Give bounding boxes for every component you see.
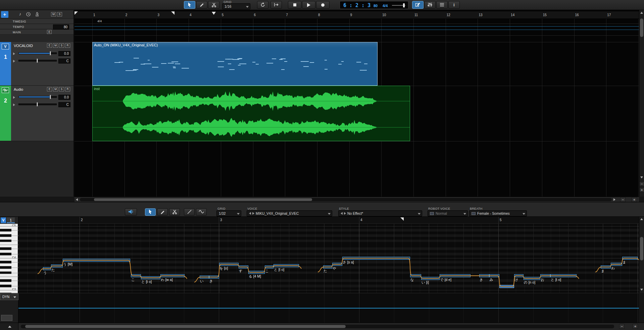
stop-button[interactable] — [288, 1, 301, 9]
track1-pan-value[interactable]: C — [58, 58, 70, 64]
track2-pan-value[interactable]: C — [58, 102, 70, 107]
note[interactable] — [200, 276, 209, 279]
edit-mode-button[interactable] — [412, 1, 424, 9]
note[interactable] — [489, 274, 499, 277]
note[interactable] — [410, 274, 421, 277]
scroll-thumb[interactable] — [25, 325, 346, 328]
play-button[interactable] — [302, 1, 315, 9]
style-select[interactable]: No Effect* — [338, 210, 422, 216]
note[interactable] — [248, 271, 265, 274]
note[interactable] — [479, 274, 489, 277]
track2-volume-value[interactable]: 0.0 — [58, 95, 70, 100]
scroll-thumb[interactable] — [640, 237, 643, 260]
black-key[interactable] — [0, 253, 11, 255]
note[interactable] — [43, 267, 51, 270]
tempo-slider-handle[interactable] — [403, 3, 405, 7]
piano-roll-ruler[interactable]: V 1 2345 — [0, 217, 639, 224]
arrangement-hscrollbar[interactable]: − + — [75, 197, 639, 202]
zoom-in-button[interactable]: + — [639, 188, 644, 192]
track1-record-button[interactable]: R — [65, 43, 70, 48]
playhead-marker[interactable] — [212, 12, 216, 15]
zoom-out-button[interactable]: − — [620, 197, 626, 202]
track-row-audio[interactable]: 2 Audio E M S R 0.0 C — [0, 86, 73, 141]
track1-solo-button[interactable]: S — [59, 43, 64, 48]
zoom-out-button[interactable]: − — [639, 181, 644, 186]
list-button[interactable] — [436, 1, 448, 9]
track1-volume-value[interactable]: 0.0 — [58, 51, 70, 56]
track1-mute-button[interactable]: M — [53, 43, 58, 48]
zoom-in-button[interactable]: + — [633, 324, 638, 329]
timeline-start-marker[interactable] — [75, 11, 78, 15]
master-solo-button[interactable]: S — [57, 12, 62, 16]
volume-handle[interactable] — [50, 95, 51, 99]
black-key[interactable] — [0, 279, 11, 282]
dynamics-lane[interactable]: DYN — [0, 293, 639, 323]
note[interactable] — [332, 263, 342, 266]
scroll-down-icon[interactable] — [640, 176, 643, 178]
note[interactable] — [274, 264, 299, 267]
note[interactable] — [239, 265, 248, 269]
track-row-vocaloid[interactable]: V 1 VOCALOID E M S R 0.0 C — [0, 42, 73, 86]
volume-handle[interactable] — [50, 51, 51, 55]
black-key[interactable] — [0, 234, 11, 237]
zoom-out-button[interactable]: − — [619, 324, 625, 329]
timesig-row[interactable]: TIMESIG — [0, 19, 73, 24]
expander-icon[interactable] — [13, 104, 15, 106]
note[interactable] — [141, 276, 160, 279]
note[interactable] — [51, 264, 63, 267]
next-icon[interactable] — [344, 212, 346, 215]
pan-handle[interactable] — [37, 58, 38, 63]
collapse-lane-button[interactable] — [0, 323, 18, 330]
black-key[interactable] — [0, 229, 11, 232]
main-edit-button[interactable]: E — [47, 30, 52, 34]
scroll-up-icon[interactable] — [640, 218, 643, 220]
expander-icon[interactable] — [13, 52, 15, 55]
black-key[interactable] — [0, 261, 11, 263]
note[interactable] — [219, 263, 239, 266]
note[interactable] — [440, 274, 470, 277]
scroll-track[interactable] — [21, 325, 614, 328]
note[interactable] — [611, 263, 622, 266]
preview-play-button[interactable] — [125, 208, 137, 216]
note[interactable] — [499, 285, 514, 288]
piano-keyboard[interactable]: C5C4C3 — [0, 224, 18, 293]
bottom-scrollbar-row[interactable]: − + — [0, 323, 644, 330]
main-row[interactable]: MAIN E — [0, 30, 73, 35]
dyn-parameter-select[interactable]: DYN — [0, 293, 18, 300]
piano-roll-body[interactable]: うたう [M]こと [t o]わ [w a]いきを [o]する [4 M]こと … — [0, 224, 639, 293]
note-icon[interactable]: ♪ — [17, 11, 23, 17]
metronome-icon[interactable] — [34, 11, 40, 18]
note[interactable] — [323, 265, 332, 269]
arrangement-vscrollbar[interactable]: − + — [639, 10, 644, 197]
punch-button[interactable] — [270, 1, 282, 9]
expander-icon[interactable] — [13, 96, 15, 99]
note[interactable] — [209, 276, 219, 279]
dyn-value-box[interactable] — [1, 315, 12, 321]
voice-select[interactable]: MIKU_V4X_Original_EVEC — [247, 210, 332, 216]
note[interactable] — [421, 277, 440, 280]
note[interactable] — [524, 277, 540, 280]
note[interactable] — [265, 265, 274, 269]
tempo-row[interactable]: TEMPO 80 — [0, 24, 73, 29]
scroll-track[interactable] — [80, 198, 612, 201]
scissors-tool-button[interactable] — [169, 208, 180, 216]
track1-volume-slider[interactable] — [18, 52, 57, 54]
track-tab-1[interactable]: 1 — [7, 217, 15, 223]
track1-edit-button[interactable]: E — [47, 43, 52, 48]
black-key[interactable] — [0, 240, 11, 242]
track2-volume-slider[interactable] — [18, 96, 57, 98]
note[interactable] — [342, 257, 410, 260]
black-key[interactable] — [0, 285, 11, 287]
add-track-button[interactable]: + — [1, 11, 8, 18]
breath-select[interactable]: Female - Sometimes — [469, 210, 527, 216]
scissors-tool-button[interactable] — [208, 1, 219, 9]
black-key[interactable] — [0, 266, 11, 269]
pan-handle[interactable] — [37, 102, 38, 107]
pencil-tool-button[interactable] — [157, 208, 168, 216]
info-button[interactable]: i — [448, 1, 460, 9]
note[interactable] — [540, 274, 550, 277]
robot-voice-select[interactable]: Normal — [428, 210, 468, 216]
loop-end-marker[interactable] — [171, 11, 175, 15]
audio-region[interactable]: inst — [92, 86, 410, 141]
arrangement-area[interactable]: Auto_ON (MIKU_V4X_Original_EVEC) inst 12… — [75, 10, 639, 197]
